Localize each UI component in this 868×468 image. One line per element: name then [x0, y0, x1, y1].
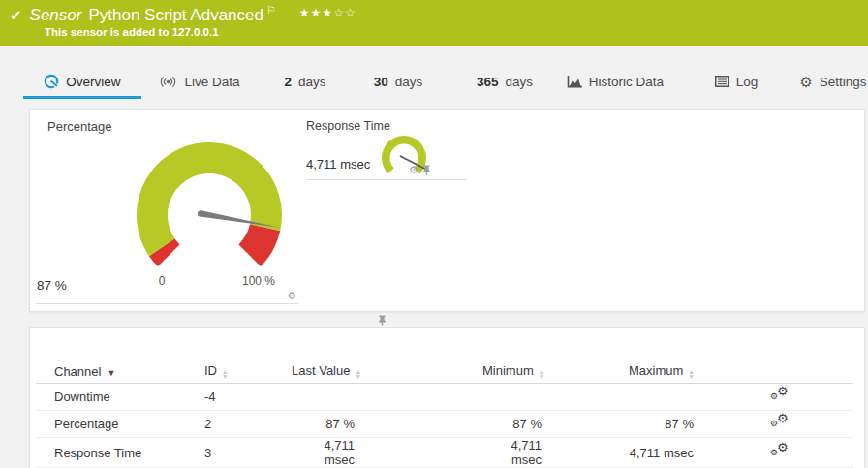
channels-panel: Channel▼ ID▲▼ Last Value▲▼ Minimum▲▼ Max…: [29, 327, 865, 468]
tab-live-data-label: Live Data: [184, 75, 239, 89]
column-label: Maximum: [629, 363, 683, 378]
tab-2-days[interactable]: 2 days: [277, 46, 333, 100]
cell-minimum: 4,711 msec: [482, 438, 629, 468]
sort-icon: ▲▼: [222, 370, 228, 379]
stars-empty: ☆☆: [333, 6, 356, 19]
tab-overview-label: Overview: [66, 75, 120, 89]
page-title: Python Script Advanced: [88, 6, 264, 25]
percentage-gauge-value: 87 %: [37, 278, 67, 293]
cell-channel[interactable]: Percentage: [36, 411, 204, 438]
gauge-settings-gear-icon[interactable]: ⚙: [409, 165, 418, 175]
response-time-gauge-title: Response Time: [306, 119, 390, 133]
tab-30-days-number: 30: [374, 75, 388, 89]
pin-icon[interactable]: [422, 165, 431, 175]
cell-maximum: 4,711 msec: [629, 438, 757, 468]
column-label: Minimum: [482, 363, 534, 378]
cell-channel[interactable]: Response Time: [36, 438, 204, 468]
gauge-scale-max: 100 %: [231, 274, 287, 288]
cell-id: -4: [204, 384, 292, 411]
gauges-panel: Percentage 0 100 % 87 % ⚙ Respons: [29, 109, 865, 312]
tab-2-days-number: 2: [284, 75, 292, 89]
column-label: Last Value: [292, 363, 350, 378]
tab-log[interactable]: Log: [707, 46, 765, 100]
cell-last-value: 87 %: [292, 411, 482, 438]
sensor-subtitle: This sensor is added to 127.0.0.1: [45, 26, 868, 38]
column-label: ID: [204, 363, 217, 378]
tab-30-days[interactable]: 30 days: [366, 46, 430, 100]
sensor-header: ✔ Sensor Python Script Advanced ⚐ ★★★☆☆ …: [0, 0, 868, 46]
percentage-gauge-cell: Percentage 0 100 % 87 % ⚙: [36, 117, 298, 304]
stars-filled: ★★★: [299, 6, 333, 19]
prtg-sensor-page: ✔ Sensor Python Script Advanced ⚐ ★★★☆☆ …: [0, 0, 868, 468]
tab-historic-data[interactable]: Historic Data: [558, 46, 672, 100]
flag-icon[interactable]: ⚐: [266, 4, 276, 16]
tab-bar: Overview Live Data 2 days 30 days 365 da…: [0, 46, 868, 100]
area-chart-icon: [567, 76, 582, 88]
column-header-last-value[interactable]: Last Value▲▼: [292, 359, 482, 384]
column-header-id[interactable]: ID▲▼: [204, 359, 292, 384]
cell-channel[interactable]: Downtime: [36, 384, 204, 411]
column-header-channel[interactable]: Channel▼: [36, 359, 204, 384]
table-row-response-time[interactable]: Response Time 3 4,711 msec 4,711 msec 4,…: [36, 438, 853, 468]
tab-365-days[interactable]: 365 days: [469, 46, 541, 100]
tab-log-label: Log: [736, 75, 759, 89]
status-ok-check-icon: ✔: [10, 7, 22, 24]
sort-icon: ▲▼: [355, 370, 360, 379]
table-row-percentage[interactable]: Percentage 2 87 % 87 % 87 % ⚙⚙: [36, 411, 853, 438]
channel-settings-icon[interactable]: ⚙⚙: [770, 415, 791, 430]
response-time-gauge-cell: Response Time 4,711 msec ⚙: [306, 117, 467, 180]
cell-id: 3: [204, 438, 292, 468]
tab-overview[interactable]: Overview: [23, 46, 141, 100]
cell-maximum: [629, 384, 757, 411]
cell-minimum: 87 %: [482, 411, 629, 438]
gauge-scale-min: 0: [151, 274, 172, 288]
pin-icon[interactable]: [378, 315, 387, 326]
tab-settings[interactable]: ⚙ Settings: [798, 46, 868, 100]
gauge-controls: ⚙: [409, 165, 431, 175]
sensor-header-row: ✔ Sensor Python Script Advanced ⚐ ★★★☆☆: [0, 0, 868, 25]
channel-settings-icon[interactable]: ⚙⚙: [770, 388, 791, 403]
gear-icon: ⚙: [799, 75, 812, 89]
log-list-icon: [715, 76, 729, 87]
column-header-actions: [757, 359, 853, 384]
response-time-gauge-value: 4,711 msec: [306, 157, 370, 172]
percentage-gauge-title: Percentage: [47, 119, 112, 134]
tab-historic-data-label: Historic Data: [589, 75, 664, 89]
sensor-type-label: Sensor: [30, 6, 82, 25]
table-header-row: Channel▼ ID▲▼ Last Value▲▼ Minimum▲▼ Max…: [36, 359, 853, 384]
tab-2-days-label: days: [298, 75, 326, 89]
tab-365-days-number: 365: [477, 75, 499, 89]
channels-table: Channel▼ ID▲▼ Last Value▲▼ Minimum▲▼ Max…: [36, 359, 853, 468]
sort-desc-icon: ▼: [107, 368, 115, 378]
gauge-icon: [44, 74, 59, 89]
priority-stars[interactable]: ★★★☆☆: [299, 6, 356, 19]
channel-settings-icon[interactable]: ⚙⚙: [770, 444, 791, 459]
column-header-maximum[interactable]: Maximum▲▼: [629, 359, 757, 384]
cell-last-value: 4,711 msec: [292, 438, 482, 468]
table-row-downtime[interactable]: Downtime -4 ⚙⚙: [36, 384, 853, 411]
gauge-controls: ⚙: [287, 291, 296, 301]
sort-icon: ▲▼: [539, 370, 544, 379]
column-label: Channel: [54, 364, 101, 379]
cell-id: 2: [204, 411, 292, 438]
cell-last-value: [292, 384, 482, 411]
tab-30-days-label: days: [395, 75, 423, 89]
sort-icon: ▲▼: [688, 370, 694, 379]
percentage-gauge: [127, 141, 292, 272]
tab-live-data[interactable]: Live Data: [155, 46, 244, 100]
tab-settings-label: Settings: [820, 75, 867, 89]
gauge-settings-gear-icon[interactable]: ⚙: [287, 291, 296, 301]
column-header-minimum[interactable]: Minimum▲▼: [482, 359, 629, 384]
tab-365-days-label: days: [506, 75, 534, 89]
live-broadcast-icon: [159, 76, 177, 88]
cell-maximum: 87 %: [629, 411, 757, 438]
cell-minimum: [482, 384, 629, 411]
